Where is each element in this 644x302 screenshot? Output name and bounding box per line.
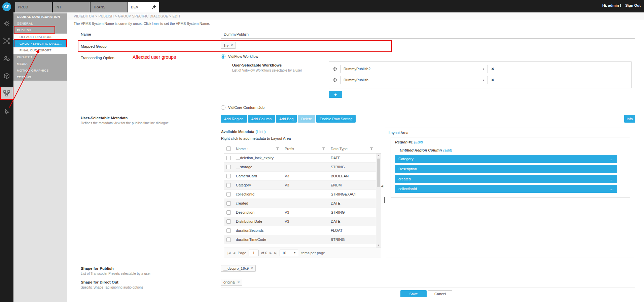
table-row[interactable]: __deletion_lock_expiry DATE <box>224 154 381 163</box>
layout-item[interactable]: Description ... <box>395 165 617 173</box>
row-checkbox[interactable] <box>226 156 231 160</box>
table-row[interactable]: collectionId STRINGEXACT <box>224 190 381 199</box>
add-workflow-button[interactable]: + <box>329 91 342 98</box>
transcoding-option-label: Transcoding Option <box>81 56 114 60</box>
pager-first-icon[interactable]: |◀ <box>227 251 230 255</box>
filter-icon[interactable] <box>322 147 325 151</box>
panel-splitter-icon[interactable]: ◀ <box>381 184 383 188</box>
cancel-button[interactable]: Cancel <box>428 290 452 297</box>
tab-int[interactable]: INT <box>53 2 90 12</box>
pager-page-input[interactable] <box>249 250 259 256</box>
table-row[interactable]: __storage STRING <box>224 163 381 172</box>
select-all-checkbox[interactable] <box>226 146 231 151</box>
table-row[interactable]: CameraCard V3 BOOLEAN <box>224 172 381 181</box>
pager-next-icon[interactable]: ▶ <box>270 251 272 255</box>
layout-item[interactable]: collectionId ... <box>395 185 617 193</box>
filter-icon[interactable] <box>276 147 279 151</box>
region-box: Region #1(Edit) Untitled Region Column(E… <box>391 137 630 198</box>
nav-motion-graphics[interactable]: MOTION GRAPHICS <box>13 67 67 74</box>
row-checkbox[interactable] <box>226 219 231 224</box>
chevron-down-icon[interactable]: ▼ <box>479 76 488 84</box>
workflow-select[interactable]: DummyPublish2 ▼ <box>341 65 488 73</box>
tab-dev[interactable]: DEV <box>128 2 159 12</box>
column-edit-link[interactable]: (Edit) <box>443 148 452 152</box>
tools-icon[interactable] <box>0 35 13 47</box>
tab-prod[interactable]: PROD <box>15 2 52 12</box>
tab-trans[interactable]: TRANS <box>91 2 128 12</box>
enable-row-sorting-button[interactable]: Enable Row Sorting <box>316 115 356 123</box>
row-checkbox[interactable] <box>226 210 231 215</box>
table-row[interactable]: durationTimeCode STRING <box>224 235 381 244</box>
nav-publish[interactable]: PUBLISH <box>13 27 67 34</box>
table-row[interactable]: Category V3 ENUM <box>224 181 381 190</box>
column-header-name[interactable]: Name ↑ <box>233 144 282 153</box>
scroll-up-icon[interactable]: ▲ <box>376 154 381 158</box>
drag-handle-icon[interactable] <box>332 67 337 71</box>
radio-vidiflow-workflow[interactable]: VidiFlow Workflow <box>221 54 258 59</box>
remove-workflow-icon[interactable]: × <box>491 66 494 72</box>
cp-logo[interactable]: CP <box>2 2 11 11</box>
info-button[interactable]: Info <box>624 115 635 123</box>
add-bag-button[interactable]: Add Bag <box>276 115 297 123</box>
column-header-prefix[interactable]: Prefix <box>282 144 328 153</box>
table-row[interactable]: DistributionDate V3 DATE <box>224 217 381 226</box>
package-icon[interactable] <box>0 70 13 82</box>
radio-vidicore-conform[interactable]: VidiCore Conform Job <box>221 105 264 110</box>
page-size-select[interactable]: 10 ▼ <box>280 250 298 256</box>
scrollbar-thumb[interactable] <box>377 159 380 187</box>
remove-tag-icon[interactable]: × <box>237 280 240 284</box>
delete-button[interactable]: Delete <box>298 115 315 123</box>
row-checkbox[interactable] <box>226 201 231 206</box>
row-menu-icon[interactable]: ... <box>610 167 614 171</box>
table-row[interactable]: durationSeconds FLOAT <box>224 226 381 235</box>
mapped-group-field[interactable]: Try × <box>221 41 635 51</box>
row-checkbox[interactable] <box>226 165 231 169</box>
nav-group-specific-dialogue[interactable]: GROUP SPECIFIC DIALO... <box>13 40 67 47</box>
layout-item[interactable]: Category ... <box>395 155 617 163</box>
nav-media[interactable]: MEDIA <box>13 60 67 67</box>
save-button[interactable]: Save <box>400 290 427 297</box>
table-row[interactable]: created DATE <box>224 199 381 208</box>
shape-direct-field[interactable]: original × <box>221 278 635 288</box>
row-checkbox[interactable] <box>226 228 231 233</box>
nav-general[interactable]: GENERAL <box>13 20 67 27</box>
hide-link[interactable]: (Hide) <box>256 130 266 134</box>
vidieditor-config-icon[interactable] <box>0 87 13 100</box>
nav-testing[interactable]: TESTING <box>13 74 67 81</box>
row-menu-icon[interactable]: ... <box>610 187 614 191</box>
remove-tag-icon[interactable]: × <box>230 43 233 47</box>
nav-default-dialogue[interactable]: DEFAULT DIALOGUE <box>13 34 67 40</box>
vpms-here-link[interactable]: here <box>152 21 159 26</box>
table-row[interactable]: Description V3 STRING <box>224 208 381 217</box>
name-input[interactable] <box>221 30 635 39</box>
shape-publish-field[interactable]: __dvcpro_16x9 × <box>221 264 635 274</box>
row-checkbox[interactable] <box>226 238 231 242</box>
pager-last-icon[interactable]: ▶| <box>274 251 277 255</box>
row-menu-icon[interactable]: ... <box>610 157 614 161</box>
table-scrollbar[interactable]: ▲ ▼ <box>376 154 381 248</box>
workflow-select[interactable]: DummyPublish ▼ <box>341 76 488 84</box>
modules-icon[interactable] <box>0 18 13 29</box>
chevron-down-icon[interactable]: ▼ <box>479 65 488 73</box>
row-menu-icon[interactable]: ... <box>610 177 614 181</box>
sign-out-link[interactable]: Sign Out <box>625 3 641 7</box>
filter-icon[interactable] <box>370 147 373 151</box>
nav-final-cut-export[interactable]: FINAL CUT EXPORT <box>13 47 67 54</box>
remove-tag-icon[interactable]: × <box>251 266 253 270</box>
nav-project[interactable]: PROJECT <box>13 54 67 60</box>
add-column-button[interactable]: Add Column <box>248 115 275 123</box>
remove-workflow-icon[interactable]: × <box>491 77 494 83</box>
drag-handle-icon[interactable] <box>332 78 337 82</box>
mapped-group-tag: Try × <box>221 42 236 49</box>
user-settings-icon[interactable] <box>0 53 13 64</box>
region-edit-link[interactable]: (Edit) <box>414 140 423 144</box>
row-checkbox[interactable] <box>226 174 231 178</box>
column-header-datatype[interactable]: Data Type <box>328 144 376 153</box>
add-region-button[interactable]: Add Region <box>221 115 247 123</box>
pointer-tool-icon[interactable] <box>0 106 13 118</box>
row-checkbox[interactable] <box>226 192 231 197</box>
pager-prev-icon[interactable]: ◀ <box>233 251 235 255</box>
scroll-down-icon[interactable]: ▼ <box>376 243 381 248</box>
row-checkbox[interactable] <box>226 183 231 187</box>
layout-item[interactable]: created ... <box>395 175 617 183</box>
